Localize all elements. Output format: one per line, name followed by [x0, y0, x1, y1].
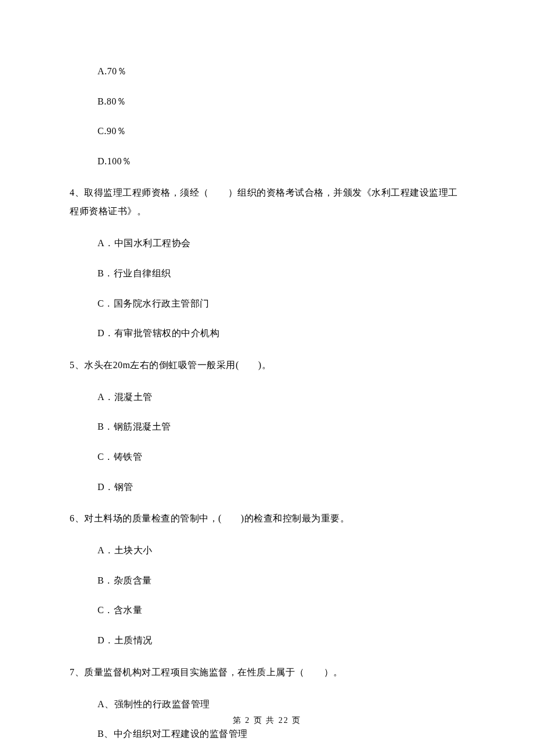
question-text: 7、质量监督机构对工程项目实施监督，在性质上属于（ ）。 — [70, 663, 464, 682]
option-b: B．杂质含量 — [70, 573, 464, 588]
page-footer: 第 2 页 共 22 页 — [0, 714, 534, 727]
option-a: A．土块大小 — [70, 543, 464, 558]
question-7: 7、质量监督机构对工程项目实施监督，在性质上属于（ ）。 A、强制性的行政监督管… — [70, 663, 464, 757]
question-text: 4、取得监理工程师资格，须经（ ）组织的资格考试合格，并颁发《水利工程建设监理工… — [70, 183, 464, 221]
question-text: 5、水头在20m左右的倒虹吸管一般采用( )。 — [70, 356, 464, 375]
option-b: B．钢筋混凝土管 — [70, 419, 464, 434]
option-a: A、强制性的行政监督管理 — [70, 697, 464, 712]
option-b: B.80％ — [70, 94, 464, 109]
option-b: B．行业自律组织 — [70, 266, 464, 281]
document-content: A.70％ B.80％ C.90％ D.100％ 4、取得监理工程师资格，须经（… — [0, 0, 534, 756]
question-6: 6、对土料场的质量检查的管制中，( )的检查和控制最为重要。 A．土块大小 B．… — [70, 509, 464, 647]
question-3-options-continued: A.70％ B.80％ C.90％ D.100％ — [70, 64, 464, 168]
question-5: 5、水头在20m左右的倒虹吸管一般采用( )。 A．混凝土管 B．钢筋混凝土管 … — [70, 356, 464, 494]
option-c: C．含水量 — [70, 603, 464, 618]
option-d: D．有审批管辖权的中介机构 — [70, 326, 464, 341]
option-a: A．混凝土管 — [70, 390, 464, 405]
option-d: D．土质情况 — [70, 633, 464, 648]
option-c: C.90％ — [70, 124, 464, 139]
option-c: C．铸铁管 — [70, 449, 464, 465]
option-a: A.70％ — [70, 64, 464, 79]
option-d: D．钢管 — [70, 480, 464, 495]
option-c: C．国务院水行政主管部门 — [70, 296, 464, 311]
question-4: 4、取得监理工程师资格，须经（ ）组织的资格考试合格，并颁发《水利工程建设监理工… — [70, 183, 464, 340]
option-a: A．中国水利工程协会 — [70, 236, 464, 251]
question-text: 6、对土料场的质量检查的管制中，( )的检查和控制最为重要。 — [70, 509, 464, 528]
option-d: D.100％ — [70, 154, 464, 169]
option-b: B、中介组织对工程建设的监督管理 — [70, 726, 464, 741]
